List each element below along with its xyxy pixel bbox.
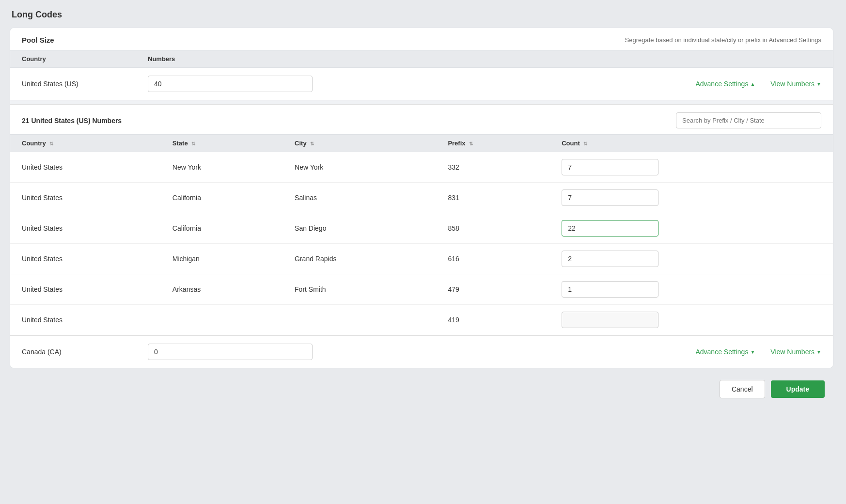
truncated-state xyxy=(161,305,283,335)
count-input[interactable] xyxy=(562,281,658,298)
numbers-table-header-row: Country ⇅ State ⇅ City ⇅ Prefix ⇅ xyxy=(10,135,833,152)
cell-state: New York xyxy=(161,152,283,183)
canada-country-label: Canada (CA) xyxy=(22,348,136,356)
cell-count xyxy=(550,244,833,274)
cell-city: Salinas xyxy=(283,183,436,213)
pool-col-numbers: Numbers xyxy=(148,55,821,63)
col-count-header: Count ⇅ xyxy=(550,135,833,152)
count-input[interactable] xyxy=(562,251,658,267)
cell-country: United States xyxy=(10,213,161,244)
cell-city: Grand Rapids xyxy=(283,244,436,274)
numbers-header: 21 United States (US) Numbers xyxy=(10,105,833,134)
col-prefix-header: Prefix ⇅ xyxy=(436,135,550,152)
prefix-sort-icon[interactable]: ⇅ xyxy=(469,141,473,146)
cell-prefix: 831 xyxy=(436,183,550,213)
table-row: United StatesNew YorkNew York332 xyxy=(10,152,833,183)
canada-pool-row: Canada (CA) Advance Settings View Number… xyxy=(10,336,833,368)
col-country-header: Country ⇅ xyxy=(10,135,161,152)
numbers-tbody: United StatesNew YorkNew York332United S… xyxy=(10,152,833,335)
main-card: Pool Size Segregate based on individual … xyxy=(10,28,833,368)
table-row: United StatesCaliforniaSan Diego858 xyxy=(10,213,833,244)
numbers-section: 21 United States (US) Numbers Country ⇅ … xyxy=(10,104,833,335)
cancel-button[interactable]: Cancel xyxy=(720,380,765,398)
state-sort-icon[interactable]: ⇅ xyxy=(191,141,195,146)
numbers-title: 21 United States (US) Numbers xyxy=(22,117,122,125)
country-sort-icon[interactable]: ⇅ xyxy=(49,141,53,146)
pool-table-header: Country Numbers xyxy=(10,50,833,68)
us-count-wrapper xyxy=(148,76,313,92)
pool-col-country: Country xyxy=(22,55,148,63)
cell-prefix: 616 xyxy=(436,244,550,274)
count-input[interactable] xyxy=(562,159,658,175)
cell-city: New York xyxy=(283,152,436,183)
us-country-label: United States (US) xyxy=(22,80,136,88)
truncated-prefix: 419 xyxy=(436,305,550,335)
numbers-table: Country ⇅ State ⇅ City ⇅ Prefix ⇅ xyxy=(10,134,833,335)
us-pool-row: United States (US) Advance Settings View… xyxy=(10,68,833,100)
canada-view-numbers-link[interactable]: View Numbers xyxy=(770,348,821,356)
truncated-country: United States xyxy=(10,305,161,335)
us-count-input[interactable] xyxy=(148,76,313,92)
count-input[interactable] xyxy=(562,189,658,206)
pool-size-label: Pool Size xyxy=(22,36,54,44)
us-row-actions: Advance Settings View Numbers xyxy=(695,80,821,88)
canada-count-input[interactable] xyxy=(148,344,313,360)
cell-prefix: 858 xyxy=(436,213,550,244)
cell-city: San Diego xyxy=(283,213,436,244)
segregate-info: Segregate based on individual state/city… xyxy=(625,36,821,44)
cell-country: United States xyxy=(10,152,161,183)
canada-pool-row-wrapper: Canada (CA) Advance Settings View Number… xyxy=(10,335,833,368)
us-advance-settings-link[interactable]: Advance Settings xyxy=(695,80,755,88)
canada-count-wrapper xyxy=(148,344,313,360)
cell-city: Fort Smith xyxy=(283,274,436,305)
cell-count xyxy=(550,152,833,183)
table-row: United StatesCaliforniaSalinas831 xyxy=(10,183,833,213)
canada-advance-settings-link[interactable]: Advance Settings xyxy=(695,348,755,356)
footer-actions: Cancel Update xyxy=(10,368,836,404)
cell-country: United States xyxy=(10,274,161,305)
cell-state: Michigan xyxy=(161,244,283,274)
col-state-header: State ⇅ xyxy=(161,135,283,152)
cell-prefix: 479 xyxy=(436,274,550,305)
cell-prefix: 332 xyxy=(436,152,550,183)
cell-count xyxy=(550,213,833,244)
pool-section: Pool Size Segregate based on individual … xyxy=(10,28,833,100)
truncated-count xyxy=(550,305,833,335)
canada-row-actions: Advance Settings View Numbers xyxy=(695,348,821,356)
search-input[interactable] xyxy=(676,112,821,128)
col-city-header: City ⇅ xyxy=(283,135,436,152)
update-button[interactable]: Update xyxy=(771,380,825,398)
count-sort-icon[interactable]: ⇅ xyxy=(583,141,587,146)
search-box xyxy=(676,112,821,128)
pool-header: Pool Size Segregate based on individual … xyxy=(10,28,833,50)
truncated-count-input[interactable] xyxy=(562,312,658,328)
cell-country: United States xyxy=(10,244,161,274)
cell-country: United States xyxy=(10,183,161,213)
page-title: Long Codes xyxy=(10,10,836,20)
cell-count xyxy=(550,183,833,213)
table-row-truncated: United States419 xyxy=(10,305,833,335)
numbers-table-head: Country ⇅ State ⇅ City ⇅ Prefix ⇅ xyxy=(10,135,833,152)
cell-state: California xyxy=(161,183,283,213)
cell-count xyxy=(550,274,833,305)
count-input[interactable] xyxy=(562,220,658,236)
cell-state: California xyxy=(161,213,283,244)
table-row: United StatesArkansasFort Smith479 xyxy=(10,274,833,305)
truncated-city xyxy=(283,305,436,335)
table-row: United StatesMichiganGrand Rapids616 xyxy=(10,244,833,274)
us-view-numbers-link[interactable]: View Numbers xyxy=(770,80,821,88)
city-sort-icon[interactable]: ⇅ xyxy=(310,141,314,146)
cell-state: Arkansas xyxy=(161,274,283,305)
